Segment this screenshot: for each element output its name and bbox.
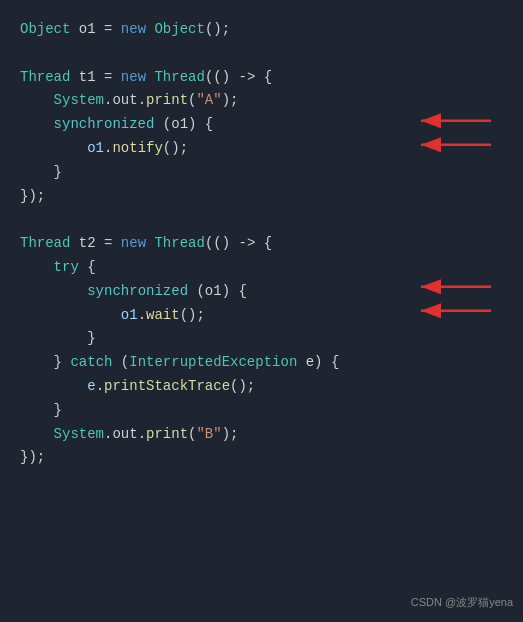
code-line-13: o1.wait(); [20, 304, 503, 328]
code-line-blank-1 [20, 42, 503, 66]
code-block: Object o1 = new Object(); Thread t1 = ne… [0, 0, 523, 488]
code-line-19: }); [20, 446, 503, 470]
code-line-7: } [20, 161, 503, 185]
token-object-type: Object [20, 18, 70, 42]
code-line-6: o1.notify(); [20, 137, 503, 161]
code-line-1: Object o1 = new Object(); [20, 18, 503, 42]
watermark: CSDN @波罗猫yena [411, 595, 513, 610]
code-line-8: }); [20, 185, 503, 209]
code-line-14: } [20, 327, 503, 351]
code-line-17: } [20, 399, 503, 423]
code-line-16: e.printStackTrace(); [20, 375, 503, 399]
code-line-blank-2 [20, 208, 503, 232]
code-line-18: System.out.print("B"); [20, 423, 503, 447]
code-line-15: } catch (InterruptedException e) { [20, 351, 503, 375]
